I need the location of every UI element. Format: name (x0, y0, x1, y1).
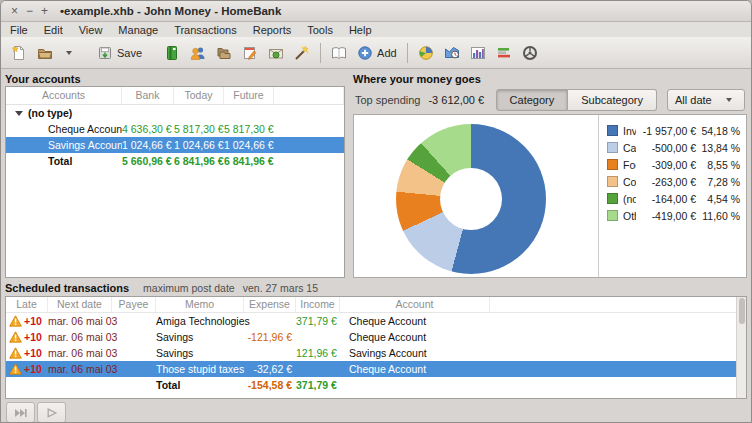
donut-chart-area (354, 115, 598, 277)
scheduled-column-header[interactable]: Memo (156, 297, 244, 312)
menu-item-transactions[interactable]: Transactions (174, 24, 237, 36)
legend-amount: -1 957,00 € (636, 125, 696, 137)
assignments-button[interactable] (289, 40, 315, 65)
save-button[interactable]: Save (92, 40, 147, 65)
new-file-button[interactable] (6, 40, 32, 65)
payees-button[interactable] (185, 40, 211, 65)
skip-icon (14, 408, 28, 418)
legend-item[interactable]: Car-500,00 €13,84 % (607, 139, 740, 156)
legend-item[interactable]: Food-309,00 €8,55 % (607, 156, 740, 173)
add-transaction-icon (357, 45, 373, 61)
trend-time-button[interactable] (439, 40, 465, 65)
accounts-table[interactable]: AccountsBankTodayFuture(no type)Cheque A… (5, 86, 345, 278)
scheduled-table[interactable]: LateNext datePayeeMemoExpenseIncomeAccou… (5, 296, 747, 399)
legend-item[interactable]: Other-419,00 €11,60 % (607, 207, 740, 224)
legend-amount: -164,00 € (636, 193, 696, 205)
balance-chart-button[interactable] (465, 40, 491, 65)
legend-item[interactable]: Invoices-1 957,00 €54,18 % (607, 122, 740, 139)
legend-percent: 54,18 % (696, 125, 740, 137)
assignments-icon (294, 45, 310, 61)
open-folder-button[interactable] (32, 40, 58, 65)
accounts-column-header[interactable]: Today (174, 87, 224, 104)
scheduled-column-header[interactable]: Account (340, 297, 490, 312)
menu-item-help[interactable]: Help (349, 24, 372, 36)
scheduled-column-header[interactable]: Next date (48, 297, 112, 312)
scheduled-row[interactable]: +10mar. 06 mai 03Savings-121,96 €Cheque … (6, 329, 746, 345)
menu-item-edit[interactable]: Edit (44, 24, 63, 36)
warning-icon (9, 315, 22, 327)
homebank-window: ×−+ •example.xhb - John Money - HomeBank… (0, 0, 752, 423)
skip-button[interactable] (6, 402, 35, 423)
legend-swatch-icon (607, 193, 618, 204)
scheduled-column-header[interactable]: Late (6, 297, 48, 312)
show-transactions-button[interactable] (326, 40, 352, 65)
legend-amount: -500,00 € (636, 142, 696, 154)
statistics-pie-button[interactable] (413, 40, 439, 65)
accounts-panel: Your accounts AccountsBankTodayFuture(no… (5, 72, 345, 278)
scheduled-column-header[interactable]: Income (296, 297, 340, 312)
accounts-column-header[interactable]: Accounts (6, 87, 122, 104)
legend-percent: 11,60 % (696, 210, 740, 222)
accounts-ledger-button[interactable] (159, 40, 185, 65)
scheduled-column-header[interactable]: Expense (244, 297, 296, 312)
spending-controls: Top spending -3 612,00 € CategorySubcate… (353, 86, 747, 114)
toggle-category[interactable]: Category (496, 89, 569, 111)
menu-item-view[interactable]: View (79, 24, 103, 36)
expander-icon[interactable] (15, 111, 23, 116)
save-label: Save (117, 47, 142, 59)
chevron-down-icon (66, 51, 72, 55)
add-transaction-button[interactable]: Add (352, 40, 402, 65)
menu-item-reports[interactable]: Reports (253, 24, 292, 36)
scheduled-column-header[interactable] (490, 297, 746, 312)
scheduled-section-title: Scheduled transactions (5, 281, 129, 295)
legend-label: Car (623, 142, 636, 154)
scheduled-row[interactable]: +10mar. 06 mai 03Those stupid taxes-32,6… (6, 361, 746, 377)
vehicle-cost-button[interactable] (517, 40, 543, 65)
accounts-column-header[interactable]: Bank (122, 87, 174, 104)
account-name: Cheque Account (340, 331, 490, 343)
account-row[interactable]: Savings Account1 024,66 €1 024,66 €1 024… (6, 137, 344, 153)
legend-item[interactable]: Computer-263,00 €7,28 % (607, 173, 740, 190)
legend-amount: -309,00 € (636, 159, 696, 171)
menu-item-manage[interactable]: Manage (118, 24, 158, 36)
menu-item-tools[interactable]: Tools (307, 24, 333, 36)
maximize-button[interactable]: + (37, 2, 52, 21)
account-name: Cheque Account (340, 315, 490, 327)
total-future-amount: 6 841,96 € (224, 155, 274, 167)
vertical-scrollbar[interactable] (736, 297, 746, 398)
warning-icon (9, 331, 22, 343)
budget-button[interactable] (263, 40, 289, 65)
minimize-button[interactable]: − (22, 2, 37, 21)
accounts-group-row[interactable]: (no type) (6, 105, 344, 121)
open-recent-dropdown[interactable] (58, 40, 80, 65)
add-transaction-label: Add (377, 47, 397, 59)
legend-swatch-icon (607, 159, 618, 170)
scheduled-column-header[interactable]: Payee (112, 297, 156, 312)
menu-item-file[interactable]: File (10, 24, 28, 36)
legend-item[interactable]: (no category)-164,00 €4,54 % (607, 190, 740, 207)
budget-report-button[interactable] (491, 40, 517, 65)
scheduled-total-row: Total-154,58 €371,79 € (6, 377, 746, 393)
account-bank-amount: 4 636,30 € (122, 123, 174, 135)
post-button[interactable] (37, 402, 66, 423)
scheduled-button[interactable] (237, 40, 263, 65)
titlebar: ×−+ •example.xhb - John Money - HomeBank (1, 1, 751, 22)
warning-icon (9, 363, 22, 375)
scheduled-row[interactable]: +10mar. 06 mai 03Amiga Technologies371,7… (6, 313, 746, 329)
payees-icon (190, 45, 206, 61)
categories-button[interactable] (211, 40, 237, 65)
income-amount: 371,79 € (296, 315, 340, 327)
income-amount: 121,96 € (296, 347, 340, 359)
toggle-subcategory[interactable]: Subcategory (568, 89, 657, 111)
toolbar-separator (407, 43, 408, 63)
legend-amount: -263,00 € (636, 176, 696, 188)
scheduled-row[interactable]: +10mar. 06 mai 03Savings121,96 €Savings … (6, 345, 746, 361)
account-row[interactable]: Cheque Account4 636,30 €5 817,30 €5 817,… (6, 121, 344, 137)
scrollbar-thumb[interactable] (739, 298, 745, 324)
accounts-column-header[interactable] (274, 87, 344, 104)
account-today-amount: 1 024,66 € (174, 139, 224, 151)
close-button[interactable]: × (7, 2, 22, 21)
date-filter-dropdown[interactable]: All date (667, 89, 745, 111)
accounts-column-header[interactable]: Future (224, 87, 274, 104)
expense-amount: -32,62 € (244, 363, 296, 375)
